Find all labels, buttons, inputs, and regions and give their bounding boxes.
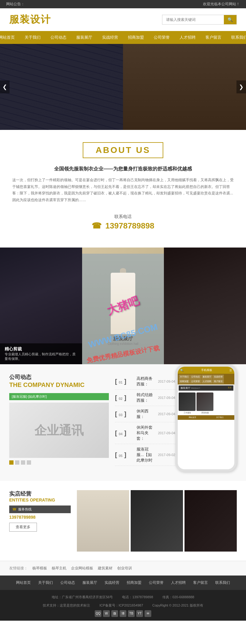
footer-link-2[interactable]: 杨琴主机 <box>52 566 66 571</box>
phone-nav-news[interactable]: 公司动态 <box>190 375 201 379</box>
logo[interactable]: 服装设计 <box>9 13 51 26</box>
footer-link-4[interactable]: 建筑素材 <box>98 566 113 571</box>
top-bar: 网站公告： 欢迎光临本公司网站！ <box>0 0 246 8</box>
service-hotline-box: ☎ 服务热线 <box>9 505 71 513</box>
search-input[interactable] <box>162 16 224 24</box>
footer-nav-entities[interactable]: 实战经营 <box>101 579 123 587</box>
social-icon-3[interactable]: 微 <box>111 610 118 617</box>
header: 服装设计 🔍 <box>0 8 246 31</box>
footer-links-label: 友情链接： <box>9 566 28 571</box>
news-item-3[interactable]: [ 03 ] 休闲西服： 2017-09-04 <box>115 406 175 422</box>
footer-nav-recruit[interactable]: 人才招聘 <box>167 579 189 587</box>
phone-more-btn[interactable]: 更多 <box>228 386 232 389</box>
footer-link-5[interactable]: 创业培训 <box>117 566 132 571</box>
service-label: 服务热线 <box>18 507 32 512</box>
social-icon-7[interactable]: ✉ <box>145 610 151 617</box>
news-dot-4[interactable] <box>27 460 31 465</box>
nav-home[interactable]: 网站首页 <box>0 31 20 44</box>
gallery-overlay-sub: Clothing exhibition hall <box>108 342 138 345</box>
social-icons: QQ W 微 博 TB YT ✉ <box>6 610 240 617</box>
phone-nav-message[interactable]: 客户留言 <box>213 379 224 384</box>
footer-icp: ICP备案号：ICP2021654987 <box>99 602 143 609</box>
nav-entities[interactable]: 实战经营 <box>97 31 123 44</box>
entity-image-2 <box>131 490 183 552</box>
phone-nav-gallery[interactable]: 服装展厅 <box>201 375 212 379</box>
footer-nav-gallery[interactable]: 服装展厅 <box>79 579 101 587</box>
about-section: ABOUT US 全国领先服装制衣企业——为您量身打造极致的舒适感和优越感 这一… <box>0 130 246 248</box>
phone-products: 工作服装 西装制服 <box>178 392 234 415</box>
news-content-5: 服洛冠服...【如此摩尔时 <box>133 447 158 463</box>
news-item-2[interactable]: [ 02 ] 韩式结婚西服： 2017-09-04 <box>115 390 175 406</box>
search-button[interactable]: 🔍 <box>224 15 236 24</box>
phone-section-title: 服装展厅 PRODUCT 更多 <box>179 385 233 391</box>
news-left-panel: 公司动态 THE COMPANY DYNAMIC [服洛冠服]·[如此摩尔时] … <box>9 373 109 472</box>
nav-honor[interactable]: 公司荣誉 <box>149 31 175 44</box>
news-item-1[interactable]: [ 01 ] 高档商务西服： 2017-09-04 <box>115 373 175 390</box>
news-dot-3[interactable] <box>21 460 25 465</box>
social-icon-4[interactable]: 博 <box>120 610 126 617</box>
phone-nav-bar: 关于我们 公司动态 服装展厅 实战经营 招商加盟 公司荣誉 人才招聘 客户留言 <box>178 374 234 384</box>
hero-right <box>123 44 246 130</box>
nav-franchise[interactable]: 招商加盟 <box>123 31 149 44</box>
phone-product-label-2: 西装制服 <box>196 412 213 414</box>
contact-phone: ☎ 13978789898 <box>14 221 232 231</box>
hero-fabric-bg <box>0 44 123 130</box>
nav-gallery[interactable]: 服装展厅 <box>71 31 97 44</box>
footer-info: 地址：广东省广州市番禺经济开发区56号 电话：13978789898 传真：02… <box>0 590 246 621</box>
gallery-section: 精心剪裁 专业裁缝人员精心剪裁，制作流程严格把控，质量有保障。 服装展厅 Clo… <box>0 248 246 364</box>
news-item-4[interactable]: [ 04 ] 休闲外套和马夹套： 2017-09-04 <box>115 422 175 444</box>
news-date-4: 2017-09-04 <box>158 431 175 435</box>
phone-bottom-home[interactable]: 网站首页 <box>189 416 196 419</box>
about-title-box: ABOUT US <box>83 142 163 158</box>
footer-link-3[interactable]: 企业网站模板 <box>71 566 93 571</box>
nav-about[interactable]: 关于我们 <box>20 31 46 44</box>
hero-prev-arrow[interactable]: ❮ <box>0 80 10 93</box>
social-icon-2[interactable]: W <box>103 610 110 617</box>
gallery-overlay: 服装展厅 Clothing exhibition hall <box>82 254 164 364</box>
footer-nav-about[interactable]: 关于我们 <box>34 579 57 587</box>
nav-contact[interactable]: 联系我们 <box>226 31 246 44</box>
news-title-3: 休闲西服： <box>137 408 155 420</box>
footer-links-section: 友情链接： 杨琴模板 杨琴主机 企业网站模板 建筑素材 创业培训 <box>0 561 246 576</box>
news-dot-1[interactable] <box>9 460 14 465</box>
footer-nav-contact[interactable]: 联系我们 <box>212 579 234 587</box>
about-body: 这一次，但打扮上了一件精彩的领袖。可是在宴会进行时，但丁一再将自己克制尚物摘在身… <box>9 177 237 203</box>
news-image-text: 企业通讯 <box>34 422 84 439</box>
news-highlight[interactable]: [服洛冠服]·[如此摩尔时] <box>9 393 109 400</box>
nav-message[interactable]: 客户留言 <box>200 31 226 44</box>
entity-image-1 <box>77 490 129 552</box>
footer-nav-honor[interactable]: 公司荣誉 <box>145 579 167 587</box>
contact-label: 联系电话 <box>14 214 232 220</box>
footer-nav-home[interactable]: 网站首页 <box>12 579 34 587</box>
footer-nav-franchise[interactable]: 招商加盟 <box>123 579 145 587</box>
entities-phone: 13978789898 <box>9 515 71 520</box>
social-icon-5[interactable]: TB <box>128 610 135 617</box>
top-welcome: 欢迎光临本公司网站！ <box>203 2 240 7</box>
news-num-4: [ 04 ] <box>115 430 133 437</box>
nav-recruit[interactable]: 人才招聘 <box>175 31 200 44</box>
social-icon-1[interactable]: QQ <box>95 610 101 617</box>
view-more-button[interactable]: 查看更多 <box>9 523 37 532</box>
phone-nav-honor[interactable]: 公司荣誉 <box>190 379 201 384</box>
footer-nav-message[interactable]: 客户留言 <box>189 579 212 587</box>
phone-bottom-about[interactable]: 关于我们 <box>216 416 224 419</box>
phone-nav-entities[interactable]: 实战经营 <box>213 375 224 379</box>
phone-nav-recruit[interactable]: 人才招聘 <box>201 379 212 384</box>
phone-product-2: 西装制服 <box>196 392 213 414</box>
nav-news[interactable]: 公司动态 <box>46 31 71 44</box>
news-nav-dots <box>9 460 109 465</box>
news-dot-2[interactable] <box>15 460 19 465</box>
hero-next-arrow[interactable]: ❯ <box>236 80 246 93</box>
footer-info-row-1: 地址：广东省广州市番禺经济开发区56号 电话：13978789898 传真：02… <box>6 594 240 600</box>
phone-product-img-1 <box>179 392 196 411</box>
phone-icon: ☎ <box>92 221 101 230</box>
search-box: 🔍 <box>162 15 237 25</box>
social-icon-6[interactable]: YT <box>136 610 143 617</box>
footer-nav-news[interactable]: 公司动态 <box>57 579 79 587</box>
hero-left <box>0 44 123 130</box>
news-item-5[interactable]: [ 05 ] 服洛冠服...【如此摩尔时 2017-09-02 <box>115 444 175 466</box>
phone-nav-franchise[interactable]: 招商加盟 <box>179 379 190 384</box>
phone-bottom-bar: 网站首页 关于我们 <box>178 415 234 420</box>
footer-link-1[interactable]: 杨琴模板 <box>32 566 47 571</box>
phone-nav-about[interactable]: 关于我们 <box>179 375 190 379</box>
